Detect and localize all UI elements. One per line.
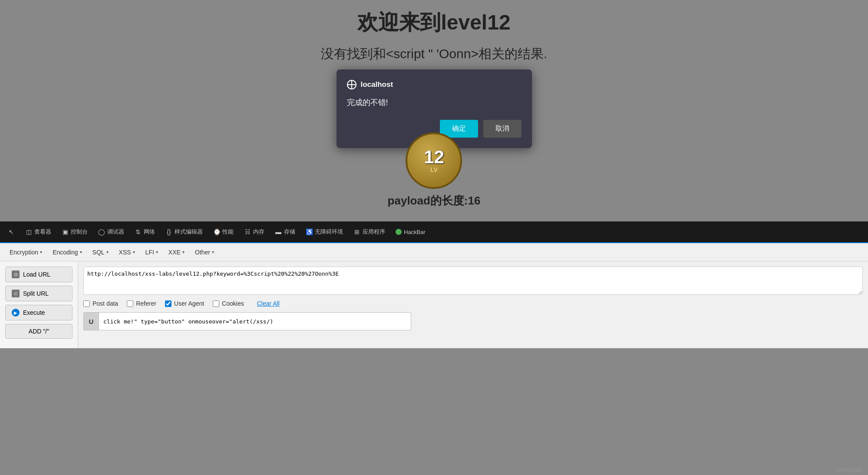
load-url-label: Load URL	[23, 271, 50, 278]
alert-hostname: localhost	[361, 80, 393, 89]
xxe-menu[interactable]: XXE ▾	[164, 247, 189, 258]
level-lv-label: LV	[430, 166, 438, 173]
checkbox-row: Post data Referer User Agent Cookies Cle…	[83, 300, 863, 307]
devtools-tool-memory[interactable]: ☵ 内存	[240, 226, 269, 238]
sql-menu[interactable]: SQL ▾	[88, 247, 113, 258]
accessibility-label: 无障碍环境	[315, 228, 343, 236]
hackbar-main: ⊙ Load URL ⊂ Split URL ▶ Execute ADD "/"…	[0, 261, 868, 348]
devtools-tool-inspector[interactable]: ◫ 查看器	[21, 226, 56, 238]
hackbar-dot-icon	[396, 229, 402, 235]
split-url-icon: ⊂	[12, 290, 20, 297]
split-url-button[interactable]: ⊂ Split URL	[5, 286, 73, 301]
level-number: 12	[424, 148, 444, 166]
execute-icon: ▶	[12, 309, 20, 317]
style-editor-icon: {}	[165, 228, 172, 235]
user-agent-checkbox-label[interactable]: User Agent	[165, 300, 204, 307]
other-arrow-icon: ▾	[212, 250, 214, 254]
referer-label: Referer	[136, 300, 156, 307]
xxe-arrow-icon: ▾	[182, 250, 185, 254]
hackbar-toolbar: Encryption ▾ Encoding ▾ SQL ▾ XSS ▾ LFI …	[0, 243, 868, 261]
inspector-icon: ◫	[25, 228, 32, 235]
devtools-bar: ↖ ◫ 查看器 ▣ 控制台 ◯ 调试器 ⇅ 网络 {} 样式编辑器 ⌚ 性能 ☵…	[0, 221, 868, 242]
sql-label: SQL	[92, 249, 105, 256]
level-coin: 12 LV	[406, 132, 462, 189]
encryption-label: Encryption	[10, 249, 38, 256]
storage-icon: ▬	[275, 228, 282, 235]
user-agent-checkbox[interactable]	[165, 300, 172, 307]
storage-label: 存储	[284, 228, 295, 236]
performance-icon: ⌚	[213, 228, 220, 235]
devtools-tool-accessibility[interactable]: ♿ 无障碍环境	[301, 226, 347, 238]
clear-all-button[interactable]: Clear All	[257, 300, 280, 307]
globe-icon	[347, 80, 356, 89]
alert-header: localhost	[347, 80, 521, 89]
page-title: 欢迎来到level12	[357, 9, 510, 36]
hackbar-right-panel: http://localhost/xss-labs/level12.php?ke…	[78, 261, 868, 348]
cookies-checkbox-label[interactable]: Cookies	[213, 300, 244, 307]
execute-button[interactable]: ▶ Execute	[5, 305, 73, 320]
memory-label: 内存	[253, 228, 264, 236]
sql-arrow-icon: ▾	[106, 250, 109, 254]
hackbar-panel: Encryption ▾ Encoding ▾ SQL ▾ XSS ▾ LFI …	[0, 242, 868, 348]
post-data-checkbox[interactable]	[83, 300, 90, 307]
inspector-label: 查看器	[34, 228, 51, 236]
alert-message: 完成的不错!	[347, 97, 521, 108]
encryption-arrow-icon: ▾	[40, 250, 42, 254]
search-result: 没有找到和<script " 'Oonn>相关的结果.	[321, 45, 547, 63]
xxe-label: XXE	[168, 249, 181, 256]
performance-label: 性能	[222, 228, 234, 236]
main-content: 欢迎来到level12 没有找到和<script " 'Oonn>相关的结果. …	[0, 0, 868, 221]
devtools-tool-storage[interactable]: ▬ 存储	[271, 226, 300, 238]
csdn-watermark: CSDN @Sc...	[837, 468, 866, 473]
referer-checkbox-label[interactable]: Referer	[127, 300, 156, 307]
hackbar-left-panel: ⊙ Load URL ⊂ Split URL ▶ Execute ADD "/"	[0, 261, 78, 348]
devtools-tool-performance[interactable]: ⌚ 性能	[209, 226, 238, 238]
encoding-menu[interactable]: Encoding ▾	[48, 247, 86, 258]
add-slash-button[interactable]: ADD "/"	[5, 324, 73, 339]
url-input[interactable]: http://localhost/xss-labs/level12.php?ke…	[83, 267, 863, 295]
encryption-menu[interactable]: Encryption ▾	[5, 247, 46, 258]
xss-label: XSS	[119, 249, 131, 256]
debugger-label: 调试器	[107, 228, 124, 236]
load-url-icon: ⊙	[12, 270, 20, 278]
payload-info: payload的长度:16	[388, 193, 481, 208]
devtools-tool-console[interactable]: ▣ 控制台	[57, 226, 92, 238]
network-icon: ⇅	[135, 228, 142, 235]
alert-cancel-button[interactable]: 取消	[483, 120, 521, 138]
post-data-label: Post data	[92, 300, 118, 307]
cursor-icon: ↖	[8, 228, 15, 235]
u-input-row: U	[83, 312, 411, 330]
style-editor-label: 样式编辑器	[175, 228, 203, 236]
devtools-tool-style-editor[interactable]: {} 样式编辑器	[161, 226, 207, 238]
lfi-arrow-icon: ▾	[156, 250, 158, 254]
split-url-label: Split URL	[23, 290, 49, 297]
hackbar-label: HackBar	[404, 229, 426, 235]
other-menu[interactable]: Other ▾	[191, 247, 218, 258]
devtools-tool-debugger[interactable]: ◯ 调试器	[94, 226, 129, 238]
devtools-tool-cursor[interactable]: ↖	[3, 227, 19, 237]
accessibility-icon: ♿	[306, 228, 313, 235]
post-data-checkbox-label[interactable]: Post data	[83, 300, 118, 307]
xss-menu[interactable]: XSS ▾	[115, 247, 139, 258]
u-prefix-label: U	[83, 312, 99, 330]
application-icon: ⊞	[353, 228, 360, 235]
encoding-label: Encoding	[53, 249, 78, 256]
cookies-checkbox[interactable]	[213, 300, 219, 307]
application-label: 应用程序	[363, 228, 385, 236]
other-label: Other	[195, 249, 210, 256]
execute-label: Execute	[23, 309, 45, 316]
u-input-field[interactable]	[99, 312, 411, 330]
load-url-button[interactable]: ⊙ Load URL	[5, 267, 73, 282]
lfi-menu[interactable]: LFI ▾	[141, 247, 162, 258]
referer-checkbox[interactable]	[127, 300, 133, 307]
devtools-tool-network[interactable]: ⇅ 网络	[130, 226, 159, 238]
badge-area: 12 LV payload的长度:16	[388, 132, 481, 208]
devtools-tool-hackbar[interactable]: HackBar	[391, 227, 430, 237]
debugger-icon: ◯	[98, 228, 105, 235]
console-label: 控制台	[71, 228, 88, 236]
xss-arrow-icon: ▾	[133, 250, 135, 254]
devtools-tool-application[interactable]: ⊞ 应用程序	[349, 226, 389, 238]
memory-icon: ☵	[244, 228, 251, 235]
console-icon: ▣	[62, 228, 69, 235]
lfi-label: LFI	[145, 249, 154, 256]
